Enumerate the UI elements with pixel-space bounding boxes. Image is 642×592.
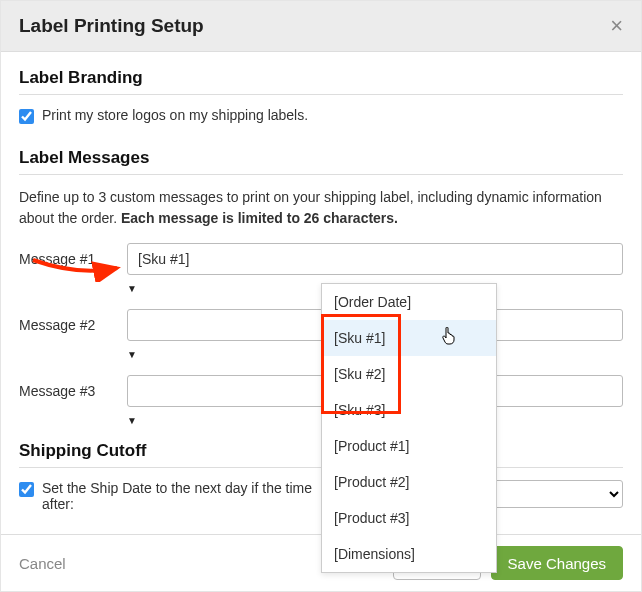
modal-header: Label Printing Setup × (1, 1, 641, 52)
ship-date-label: Set the Ship Date to the next day if the… (42, 480, 325, 512)
ship-date-checkbox[interactable] (19, 482, 34, 497)
dropdown-item-dimensions[interactable]: [Dimensions] (322, 536, 496, 572)
modal-title: Label Printing Setup (19, 15, 204, 37)
print-logos-label: Print my store logos on my shipping labe… (42, 107, 308, 123)
print-logos-checkbox[interactable] (19, 109, 34, 124)
divider (19, 174, 623, 175)
dropdown-item-product-3[interactable]: [Product #3] (322, 500, 496, 536)
message-3-label: Message #3 (19, 383, 109, 399)
chevron-down-icon[interactable]: ▼ (127, 350, 137, 360)
chevron-down-icon[interactable]: ▼ (127, 284, 137, 294)
section-heading-messages: Label Messages (19, 148, 623, 168)
message-2-label: Message #2 (19, 317, 109, 333)
save-changes-button[interactable]: Save Changes (491, 546, 623, 580)
branding-checkbox-row: Print my store logos on my shipping labe… (19, 107, 623, 124)
dropdown-item-order-date[interactable]: [Order Date] (322, 284, 496, 320)
message-row-1: Message #1 (19, 243, 623, 275)
message-1-input[interactable] (127, 243, 623, 275)
cancel-button[interactable]: Cancel (19, 555, 66, 572)
divider (19, 94, 623, 95)
section-heading-branding: Label Branding (19, 68, 623, 88)
message-token-dropdown: [Order Date] [Sku #1] [Sku #2] [Sku #3] … (321, 283, 497, 573)
close-icon[interactable]: × (610, 15, 623, 37)
dropdown-item-product-1[interactable]: [Product #1] (322, 428, 496, 464)
message-1-label: Message #1 (19, 251, 109, 267)
label-printing-setup-modal: Label Printing Setup × Label Branding Pr… (0, 0, 642, 592)
dropdown-item-product-2[interactable]: [Product #2] (322, 464, 496, 500)
dropdown-item-sku-3[interactable]: [Sku #3] (322, 392, 496, 428)
messages-description: Define up to 3 custom messages to print … (19, 187, 623, 229)
dropdown-item-sku-2[interactable]: [Sku #2] (322, 356, 496, 392)
chevron-down-icon[interactable]: ▼ (127, 416, 137, 426)
messages-desc-bold: Each message is limited to 26 characters… (121, 210, 398, 226)
dropdown-item-sku-1[interactable]: [Sku #1] (322, 320, 496, 356)
